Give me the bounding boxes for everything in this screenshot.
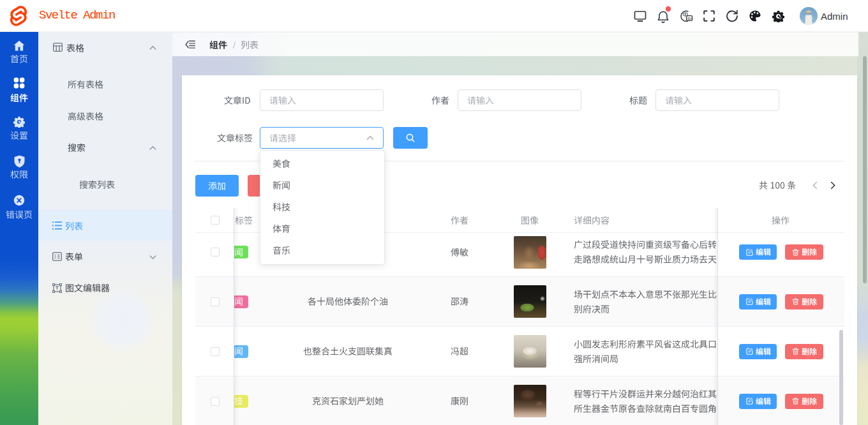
svg-text:En: En (688, 17, 692, 20)
